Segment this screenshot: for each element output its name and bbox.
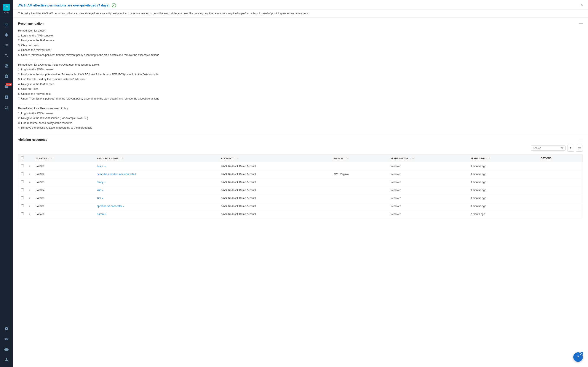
external-link-icon-6: ↗	[104, 213, 106, 216]
row-alert-status-2: Resolved	[388, 178, 468, 186]
search-input[interactable]	[533, 147, 560, 150]
row-expand-4[interactable]: >	[26, 194, 33, 202]
recommendation-line: Remediation for a user:	[18, 28, 583, 33]
recommendation-line: Remediation for a Resource-based Policy:	[18, 106, 583, 111]
row-expand-0[interactable]: >	[26, 162, 33, 170]
row-options-0	[538, 162, 583, 170]
columns-button[interactable]	[576, 145, 583, 151]
select-all-checkbox[interactable]	[21, 157, 24, 159]
row-region-0	[331, 162, 388, 170]
sidebar-item-key[interactable]	[0, 334, 13, 344]
row-resource-name-2[interactable]: Cindy↗	[94, 178, 218, 186]
recommendation-line: 2. Navigate to the compute service (For …	[18, 72, 583, 77]
th-alert-time[interactable]: ALERT TIME ↕≡	[468, 154, 538, 162]
resource-link-0[interactable]: Justin	[97, 165, 103, 168]
logo-text: CLOUD	[3, 11, 11, 14]
row-checkbox-cell[interactable]	[18, 178, 26, 186]
sidebar-item-network[interactable]	[0, 102, 13, 113]
row-account-4: AWS: RedLock Demo Account	[218, 194, 331, 202]
row-resource-name-0[interactable]: Justin↗	[94, 162, 218, 170]
row-region-2	[331, 178, 388, 186]
row-checkbox-6[interactable]	[21, 212, 24, 215]
row-alert-status-4: Resolved	[388, 194, 468, 202]
row-checkbox-cell[interactable]	[18, 202, 26, 210]
close-button[interactable]: ×	[580, 3, 583, 7]
row-expand-2[interactable]: >	[26, 178, 33, 186]
row-resource-name-6[interactable]: Karen↗	[94, 210, 218, 218]
external-link-icon-2: ↗	[104, 181, 106, 184]
help-button[interactable]: 9 ?	[573, 352, 583, 362]
row-resource-name-1[interactable]: demo-tw-alert-dev-IndexProtected	[94, 170, 218, 178]
title-status-badge: ✓	[112, 3, 116, 7]
row-alert-id-3: I-49394	[33, 186, 94, 194]
sidebar-item-compliance[interactable]	[0, 71, 13, 82]
sidebar-item-notifications[interactable]: 9999+	[0, 82, 13, 92]
row-expand-3[interactable]: >	[26, 186, 33, 194]
resource-link-6[interactable]: Karen	[97, 213, 104, 216]
row-options-5	[538, 202, 583, 210]
th-region[interactable]: REGION ↕≡	[331, 154, 388, 162]
page-header: AWS IAM effective permissions are over-p…	[13, 0, 588, 10]
row-account-1: AWS: RedLock Demo Account	[218, 170, 331, 178]
row-resource-name-3[interactable]: Yuri↗	[94, 186, 218, 194]
logo[interactable]: CLOUD	[0, 0, 13, 17]
row-checkbox-cell[interactable]	[18, 194, 26, 202]
row-checkbox-5[interactable]	[21, 204, 24, 207]
sidebar-item-shield[interactable]	[0, 61, 13, 71]
resource-link-5[interactable]: aperture-s3-connector	[97, 205, 122, 208]
row-account-6: AWS: RedLock Demo Account	[218, 210, 331, 218]
row-alert-time-5: 3 months ago	[468, 202, 538, 210]
row-resource-name-5[interactable]: aperture-s3-connector↗	[94, 202, 218, 210]
search-box[interactable]	[531, 145, 565, 151]
th-select-all[interactable]	[18, 154, 26, 162]
row-alert-id-1: I-49392	[33, 170, 94, 178]
row-checkbox-0[interactable]	[21, 165, 24, 167]
th-account[interactable]: ACCOUNT ↕≡	[218, 154, 331, 162]
row-checkbox-cell[interactable]	[18, 186, 26, 194]
row-alert-time-0: 3 months ago	[468, 162, 538, 170]
table-row: > I-49389 Justin↗ AWS: RedLock Demo Acco…	[18, 162, 583, 170]
row-resource-name-4[interactable]: Tim↗	[94, 194, 218, 202]
resource-link-3[interactable]: Yuri	[97, 189, 101, 192]
violations-table: ALERT ID ↕≡ RESOURCE NAME ↕≡ ACCOUNT ↕≡ …	[18, 154, 583, 218]
sidebar-item-user[interactable]	[0, 354, 13, 365]
row-alert-id-4: I-49395	[33, 194, 94, 202]
row-checkbox-2[interactable]	[21, 181, 24, 183]
violations-toolbar	[18, 145, 583, 151]
sidebar-item-alerts[interactable]	[0, 30, 13, 40]
table-row: > I-49406 Karen↗ AWS: RedLock Demo Accou…	[18, 210, 583, 218]
recommendation-line: 5. Under 'Permissions policies', find th…	[18, 53, 583, 58]
violations-collapse-button[interactable]: —	[579, 138, 583, 142]
recommendation-collapse-button[interactable]: —	[579, 21, 583, 26]
th-resource-name[interactable]: RESOURCE NAME ↕≡	[94, 154, 218, 162]
sidebar-item-list[interactable]	[0, 40, 13, 50]
sidebar-item-reports[interactable]	[0, 92, 13, 102]
external-link-icon-4: ↗	[102, 197, 103, 200]
row-checkbox-3[interactable]	[21, 188, 24, 191]
recommendation-section: Recommendation — Remediation for a user:…	[13, 18, 588, 134]
row-checkbox-cell[interactable]	[18, 170, 26, 178]
sidebar-item-settings[interactable]	[0, 323, 13, 334]
row-expand-6[interactable]: >	[26, 210, 33, 218]
resource-link-1[interactable]: demo-tw-alert-dev-IndexProtected	[97, 173, 136, 176]
resource-link-2[interactable]: Cindy	[97, 181, 103, 184]
row-account-2: AWS: RedLock Demo Account	[218, 178, 331, 186]
page-subtitle: This policy identifies AWS IAM permissio…	[13, 10, 588, 18]
sidebar-item-search[interactable]	[0, 50, 13, 61]
row-checkbox-cell[interactable]	[18, 210, 26, 218]
sidebar-item-dashboard[interactable]	[0, 19, 13, 30]
th-alert-status[interactable]: ALERT STATUS ↕≡	[388, 154, 468, 162]
row-checkbox-4[interactable]	[21, 196, 24, 199]
resource-link-4[interactable]: Tim	[97, 197, 101, 200]
row-expand-5[interactable]: >	[26, 202, 33, 210]
row-options-4	[538, 194, 583, 202]
sidebar-item-integrations[interactable]	[0, 344, 13, 354]
th-alert-id[interactable]: ALERT ID ↕≡	[33, 154, 94, 162]
row-alert-id-6: I-49406	[33, 210, 94, 218]
row-checkbox-1[interactable]	[21, 173, 24, 175]
download-button[interactable]	[567, 145, 574, 151]
row-alert-time-4: 3 months ago	[468, 194, 538, 202]
row-checkbox-cell[interactable]	[18, 162, 26, 170]
row-expand-1[interactable]: >	[26, 170, 33, 178]
row-alert-id-5: I-49396	[33, 202, 94, 210]
